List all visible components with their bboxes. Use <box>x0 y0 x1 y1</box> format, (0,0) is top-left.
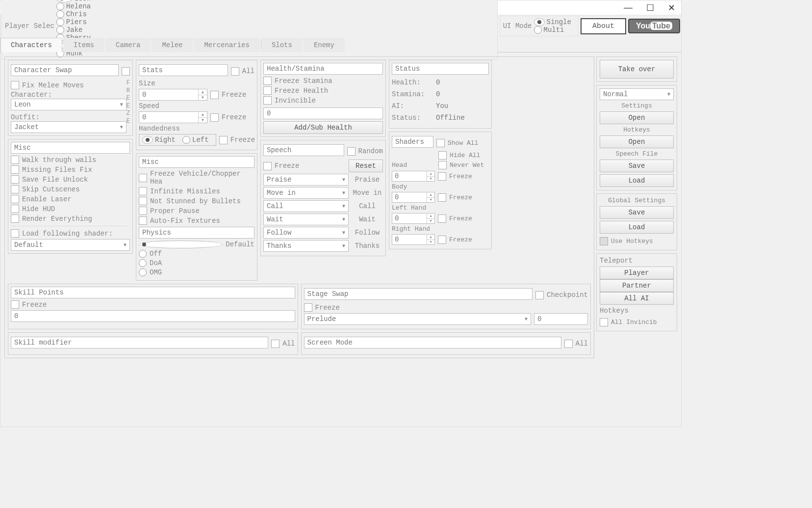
health-checkbox[interactable] <box>263 77 272 85</box>
shader-spinner[interactable]: 0▲▼ <box>392 213 435 224</box>
tab-characters[interactable]: Characters <box>0 38 62 52</box>
head-label: Head <box>392 161 435 169</box>
misc1-label: Render Everything <box>22 215 92 223</box>
speech-load-button[interactable]: Load <box>600 174 674 187</box>
tab-camera[interactable]: Camera <box>105 38 151 52</box>
uimode-radio-multi[interactable]: Multi <box>534 26 571 34</box>
misc1-checkbox[interactable] <box>11 185 19 193</box>
misc2-checkbox[interactable] <box>139 197 147 205</box>
shader-spinner[interactable]: 0▲▼ <box>392 234 435 245</box>
speech-save-button[interactable]: Save <box>600 160 674 172</box>
player-radio-jake[interactable]: Jake <box>56 26 91 34</box>
shader-freeze-checkbox[interactable] <box>438 214 446 223</box>
checkpoint-checkbox[interactable] <box>535 291 544 299</box>
health-checkbox[interactable] <box>263 96 272 105</box>
skill-freeze-checkbox[interactable] <box>11 300 19 309</box>
status-header: Status <box>392 63 489 75</box>
about-button[interactable]: About <box>581 18 626 34</box>
load-shader-checkbox[interactable] <box>11 229 19 238</box>
hand-freeze-checkbox[interactable] <box>219 136 228 144</box>
speed-spinner[interactable]: 0▲▼ <box>139 111 207 123</box>
tab-enemy[interactable]: Enemy <box>304 38 345 52</box>
shader-select[interactable]: Default▼ <box>11 239 130 251</box>
add-sub-health-button[interactable]: Add/Sub Health <box>263 121 383 134</box>
shader-spinner-head[interactable]: 0▲▼ <box>392 171 435 182</box>
character-select[interactable]: Leon▼ <box>11 99 127 110</box>
misc1-checkbox[interactable] <box>11 165 19 174</box>
misc1-checkbox[interactable] <box>11 156 19 164</box>
settings-open-button[interactable]: Open <box>600 111 674 124</box>
hotkeys-open-button[interactable]: Open <box>600 135 674 148</box>
fix-melee-checkbox[interactable] <box>11 81 19 89</box>
close-button[interactable]: ✕ <box>668 2 675 13</box>
speech-select[interactable]: Move in▼ <box>263 187 349 199</box>
speech-select[interactable]: Call▼ <box>263 200 349 212</box>
teleport-button-player[interactable]: Player <box>600 267 674 279</box>
youtube-button[interactable]: YouTube <box>628 19 680 33</box>
player-radio-piers[interactable]: Piers <box>56 18 91 26</box>
shader-freeze-checkbox[interactable] <box>438 172 446 181</box>
speech-select[interactable]: Praise▼ <box>263 174 349 186</box>
tab-slots[interactable]: Slots <box>261 38 303 52</box>
player-select-label: Player Selec <box>5 22 54 30</box>
tab-items[interactable]: Items <box>63 38 104 52</box>
misc1-checkbox[interactable] <box>11 205 19 213</box>
physics-radio-omg[interactable]: OMG <box>139 268 254 276</box>
stats-group: Stats All Size 0▲▼ Freeze Speed 0▲▼ <box>136 60 257 150</box>
global-save-button[interactable]: Save <box>600 206 674 219</box>
hide-all-checkbox[interactable] <box>438 151 447 160</box>
health-input[interactable]: 0 <box>263 107 383 119</box>
health-checkbox[interactable] <box>263 86 272 95</box>
minimize-button[interactable]: — <box>624 2 633 13</box>
physics-radio-doa[interactable]: DoA <box>139 259 254 267</box>
player-radio-chris[interactable]: Chris <box>56 10 91 18</box>
shader-spinner[interactable]: 0▲▼ <box>392 192 435 203</box>
stage-freeze-checkbox[interactable] <box>304 303 312 312</box>
physics-radio-off[interactable]: Off <box>139 250 254 258</box>
use-hotkeys-checkbox[interactable] <box>600 237 608 245</box>
speech-freeze-checkbox[interactable] <box>263 162 272 170</box>
speech-random-checkbox[interactable] <box>347 147 355 156</box>
misc2-checkbox[interactable] <box>139 174 147 182</box>
player-radio-helena[interactable]: Helena <box>56 2 91 10</box>
take-over-button[interactable]: Take over <box>600 60 674 79</box>
global-load-button[interactable]: Load <box>600 221 674 234</box>
screen-all-checkbox[interactable] <box>564 340 573 348</box>
size-freeze-checkbox[interactable] <box>210 91 219 99</box>
show-all-checkbox[interactable] <box>436 139 445 147</box>
speech-select[interactable]: Wait▼ <box>263 214 349 225</box>
never-wet-checkbox[interactable] <box>438 161 447 169</box>
all-invincible-checkbox[interactable] <box>600 318 608 326</box>
stage-select[interactable]: Prelude▼ <box>304 313 532 325</box>
shader-freeze-checkbox[interactable] <box>438 193 446 202</box>
tab-melee[interactable]: Melee <box>152 38 193 52</box>
teleport-button-all ai[interactable]: All AI <box>600 292 674 305</box>
misc2-checkbox[interactable] <box>139 187 147 195</box>
mode-select[interactable]: Normal▼ <box>600 88 674 100</box>
stage-input[interactable]: 0 <box>534 313 588 325</box>
speech-select[interactable]: Thanks▼ <box>263 240 349 252</box>
hand-radio-left[interactable]: Left <box>182 136 209 144</box>
speech-reset-button[interactable]: Reset <box>349 160 383 172</box>
speech-select[interactable]: Follow▼ <box>263 227 349 239</box>
uimode-radio-single[interactable]: Single <box>534 18 571 26</box>
misc1-checkbox[interactable] <box>11 214 19 223</box>
teleport-button-partner[interactable]: Partner <box>600 279 674 292</box>
speed-freeze-checkbox[interactable] <box>210 113 219 122</box>
use-hotkeys-label: Use Hotkeys <box>611 238 653 245</box>
tab-mercenaries[interactable]: Mercenaries <box>194 38 259 52</box>
hand-radio-right[interactable]: Right <box>142 136 176 144</box>
misc2-checkbox[interactable] <box>139 207 147 215</box>
physics-radio-default[interactable]: Default <box>139 241 254 248</box>
stats-all-checkbox[interactable] <box>231 67 239 76</box>
skill-points-input[interactable]: 0 <box>11 310 295 322</box>
shader-freeze-checkbox[interactable] <box>438 236 446 244</box>
maximize-button[interactable]: ☐ <box>646 2 654 13</box>
skillmod-all-checkbox[interactable] <box>271 340 279 348</box>
misc1-checkbox[interactable] <box>11 175 19 184</box>
character-swap-checkbox[interactable] <box>122 67 130 76</box>
misc1-checkbox[interactable] <box>11 195 19 203</box>
size-spinner[interactable]: 0▲▼ <box>139 89 207 101</box>
outfit-select[interactable]: Jacket▼ <box>11 121 127 133</box>
misc2-checkbox[interactable] <box>139 216 147 225</box>
